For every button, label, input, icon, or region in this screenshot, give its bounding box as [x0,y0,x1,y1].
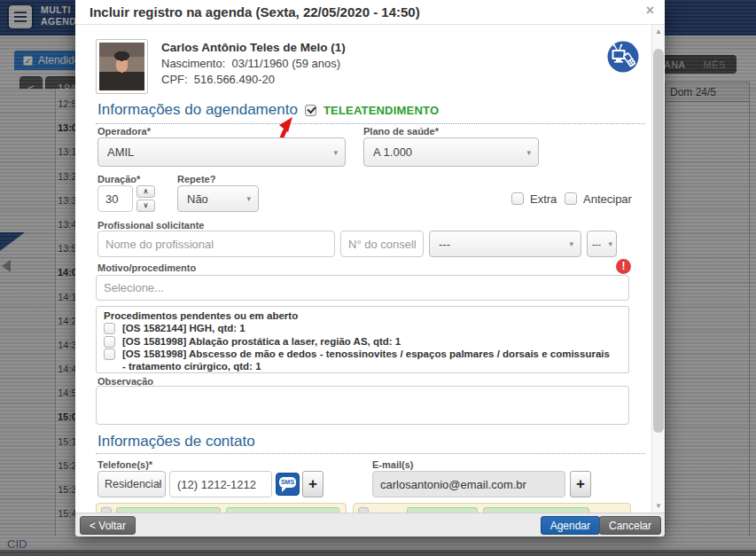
extra-checkbox[interactable] [511,192,524,205]
list-item: [OS 1582144] HGH, qtd: 1 [104,323,621,335]
operadora-value: AMIL [107,145,134,159]
procedimentos-pendentes-box: Procedimentos pendentes ou em aberto [OS… [96,306,629,373]
procedimento-checkbox[interactable] [104,336,115,348]
repete-select[interactable]: Não ▾ [177,185,259,212]
voltar-button[interactable]: < Voltar [80,516,136,535]
procedimento-label: [OS 1581998] Ablação prostática a laser,… [122,336,401,348]
plano-label: Plano de saúde* [363,126,439,137]
close-icon[interactable]: × [646,4,654,18]
list-item: [OS 1581998] Abscesso de mão e dedos - t… [104,348,621,372]
repete-value: Não [187,192,208,206]
observacao-textarea[interactable] [96,386,629,425]
teleatendimento-devices-icon [607,41,639,73]
extra-label: Extra [530,192,557,206]
chevron-down-icon: ▾ [246,194,251,203]
cpf-label: CPF: [161,73,188,86]
motivo-label: Motivo/procedimento [97,262,196,273]
scrollbar-thumb[interactable] [653,49,664,433]
modal-scrollbar[interactable]: ▲ ▼ [651,25,665,513]
plano-select[interactable]: A 1.000 ▾ [363,137,539,167]
antecipar-checkbox[interactable] [565,192,577,205]
operadora-select[interactable]: AMIL ▾ [97,137,346,167]
incluir-registro-modal: Incluir registro na agenda (Sexta, 22/05… [75,0,665,536]
teleatendimento-label: TELEATENDIMENTO [323,104,439,117]
modal-footer: < Voltar Agendar Cancelar [75,513,665,536]
patient-photo-image [99,43,144,90]
stepper-down-icon[interactable]: ∨ [136,200,155,212]
procedimento-checkbox[interactable] [104,323,115,334]
add-email-button[interactable]: + [570,471,591,497]
procedimento-checkbox[interactable] [104,348,115,360]
procedimento-label: [OS 1582144] HGH, qtd: 1 [122,323,246,335]
sms-bubble-icon: SMS [279,477,296,488]
procedimentos-pendentes-title: Procedimentos pendentes ou em aberto [104,310,621,321]
cpf-value: 516.566.490-20 [194,73,275,86]
procedimento-label: [OS 1581998] Abscesso de mão e dedos - t… [122,348,614,372]
operadora-label: Operadora* [97,126,151,137]
telefones-label: Telefone(s)* [97,459,152,470]
telefone-tipo-select[interactable]: Residencial ▾ [97,471,166,497]
chevron-down-icon: ▾ [156,480,160,489]
patient-photo [96,39,148,94]
teleatendimento-checkbox[interactable] [305,105,316,116]
slot-group [353,503,631,513]
motivo-input[interactable] [96,275,629,301]
screen: MULTI AGENDA ✓ Atendidos < 18/05 SEMANA … [0,0,756,556]
telefone-tipo-value: Residencial [105,478,162,490]
error-icon: ! [616,259,631,274]
profissional-solicitante-label: Profissional solicitante [97,220,204,231]
contact-section-title: Informações de contato [97,433,255,450]
stepper-up-icon[interactable]: ∧ [136,185,155,198]
conselho-uf-select[interactable]: --- ▾ [587,231,617,257]
slot-group [96,503,347,513]
section-divider [96,123,645,124]
birth-value: 03/11/1960 (59 anos) [231,57,340,70]
section-divider [96,453,645,454]
antecipar-label: Antecipar [583,192,632,206]
emails-label: E-mail(s) [372,459,413,470]
chevron-down-icon: ▾ [608,239,612,248]
conselho-tipo-select[interactable]: --- ▾ [429,231,581,257]
list-item: [OS 1581998] Ablação prostática a laser,… [104,336,621,348]
repete-label: Repete? [177,174,215,184]
chevron-down-icon: ▾ [569,239,573,248]
telefone-input[interactable] [169,471,272,497]
sms-button[interactable]: SMS [276,473,300,496]
cancelar-button[interactable]: Cancelar [599,516,661,535]
conselho-numero-input[interactable] [340,231,424,257]
duracao-label: Duração* [97,174,140,184]
plano-value: A 1.000 [373,145,412,159]
conselho-uf-value: --- [592,239,601,249]
scroll-up-icon[interactable]: ▲ [652,27,665,35]
duracao-stepper: ∧ ∨ [136,185,155,212]
duracao-input[interactable] [97,185,133,212]
chevron-down-icon: ▾ [333,148,338,157]
agendar-button[interactable]: Agendar [541,516,600,535]
sms-bubble-tail [282,488,286,492]
profissional-nome-input[interactable] [97,231,335,257]
conselho-tipo-value: --- [439,238,450,251]
modal-header: Incluir registro na agenda (Sexta, 22/05… [75,0,665,25]
scroll-down-icon[interactable]: ▼ [652,502,665,510]
appointment-section-title: Informações do agendamento [97,101,298,119]
patient-name: Carlos Antônio Teles de Melo (1) [161,41,346,54]
birth-label: Nascimento: [161,57,225,70]
chevron-down-icon: ▾ [526,148,531,157]
clipped-slot-row [75,501,643,513]
patient-birth: Nascimento: 03/11/1960 (59 anos) [161,57,340,70]
modal-title: Incluir registro na agenda (Sexta, 22/05… [90,0,420,25]
patient-cpf: CPF: 516.566.490-20 [161,73,275,86]
email-input[interactable] [372,471,565,497]
add-telefone-button[interactable]: + [302,471,323,497]
